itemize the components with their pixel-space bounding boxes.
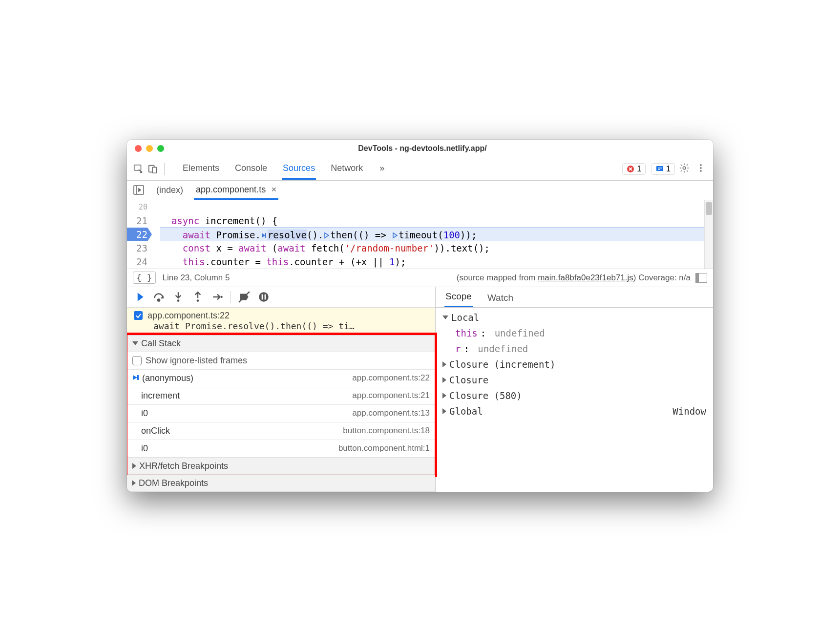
navigator-icon[interactable] bbox=[132, 185, 146, 195]
chevron-right-icon bbox=[132, 480, 136, 486]
cursor-position: Line 23, Column 5 bbox=[163, 273, 230, 283]
frame-location: button.component.html:1 bbox=[338, 443, 430, 453]
tab-elements[interactable]: Elements bbox=[182, 158, 220, 180]
left-pane: app.component.ts:22 await Promise.resolv… bbox=[127, 287, 436, 492]
pause-location[interactable]: app.component.ts:22 bbox=[147, 311, 230, 321]
window-title: DevTools - ng-devtools.netlify.app/ bbox=[140, 144, 705, 153]
issues-count: 1 bbox=[666, 165, 671, 173]
checkbox[interactable] bbox=[132, 356, 142, 365]
step-marker-icon bbox=[392, 229, 399, 235]
code-line-23: const x = await (await fetch('/random-nu… bbox=[160, 241, 713, 255]
chevron-down-icon bbox=[132, 341, 138, 345]
svg-rect-17 bbox=[265, 294, 266, 300]
scope-global[interactable]: GlobalWindow bbox=[442, 403, 706, 419]
tab-network[interactable]: Network bbox=[330, 158, 364, 180]
source-map-info: (source mapped from main.fa8bfa0e23f1eb7… bbox=[457, 273, 691, 283]
code-line-24: this.counter = this.counter + (+x || 1); bbox=[160, 255, 713, 269]
debug-toolbar bbox=[127, 287, 435, 308]
show-sidebar-icon[interactable] bbox=[695, 273, 707, 283]
tab-watch[interactable]: Watch bbox=[486, 289, 514, 307]
xhr-breakpoints-header[interactable]: XHR/fetch Breakpoints bbox=[127, 458, 435, 475]
editor-status-bar: { } Line 23, Column 5 (source mapped fro… bbox=[127, 269, 713, 287]
editor-scrollbar[interactable] bbox=[704, 200, 713, 269]
frame-location: app.component.ts:21 bbox=[352, 391, 430, 400]
scope-var[interactable]: this: undefined bbox=[442, 325, 706, 341]
frame-location: app.component.ts:13 bbox=[352, 408, 430, 418]
line-number: 24 bbox=[127, 255, 147, 269]
kebab-menu-icon[interactable] bbox=[693, 163, 708, 175]
svg-point-11 bbox=[158, 299, 160, 301]
separator bbox=[164, 163, 165, 175]
scope-var[interactable]: r: undefined bbox=[442, 341, 706, 357]
step-over-icon[interactable] bbox=[152, 291, 165, 303]
chevron-right-icon bbox=[442, 408, 446, 414]
line-number-exec: 22 bbox=[127, 228, 147, 241]
stack-frame[interactable]: i0 app.component.ts:13 bbox=[127, 405, 435, 422]
line-number: 23 bbox=[127, 241, 147, 255]
error-badge[interactable]: 1 bbox=[622, 163, 646, 175]
scope-body: Local this: undefined r: undefined Closu… bbox=[436, 308, 713, 426]
stack-frame[interactable]: i0 button.component.html:1 bbox=[127, 440, 435, 458]
file-tab-index[interactable]: (index) bbox=[154, 182, 185, 199]
stack-frame[interactable]: (anonymous) app.component.ts:22 bbox=[127, 370, 435, 387]
dom-breakpoints-header[interactable]: DOM Breakpoints bbox=[127, 475, 435, 492]
separator bbox=[231, 291, 231, 303]
device-toggle-icon[interactable] bbox=[147, 163, 159, 175]
code-line-22: await Promise.resolve().then(() => timeo… bbox=[160, 228, 713, 241]
svg-point-12 bbox=[177, 299, 180, 302]
main-toolbar: Elements Console Sources Network » 1 1 bbox=[127, 158, 713, 181]
settings-icon[interactable] bbox=[677, 163, 692, 175]
svg-point-5 bbox=[683, 167, 686, 169]
svg-rect-18 bbox=[137, 375, 139, 380]
svg-point-6 bbox=[700, 164, 702, 166]
file-tab-label: app.component.ts bbox=[196, 185, 266, 194]
frame-location: button.component.ts:18 bbox=[343, 426, 430, 436]
svg-rect-0 bbox=[134, 165, 141, 170]
stack-frame[interactable]: onClick button.component.ts:18 bbox=[127, 422, 435, 440]
chevron-right-icon bbox=[442, 377, 446, 383]
step-into-icon[interactable] bbox=[172, 291, 185, 303]
inspect-icon[interactable] bbox=[132, 163, 145, 175]
tab-scope[interactable]: Scope bbox=[444, 287, 473, 307]
pretty-print-icon[interactable]: { } bbox=[133, 272, 156, 284]
current-frame-icon bbox=[132, 374, 140, 381]
stack-frame[interactable]: increment app.component.ts:21 bbox=[127, 387, 435, 405]
right-pane: Scope Watch Local this: undefined r: und… bbox=[436, 287, 713, 492]
scope-local[interactable]: Local bbox=[442, 310, 706, 325]
svg-rect-10 bbox=[265, 233, 266, 238]
debugger-panes: app.component.ts:22 await Promise.resolv… bbox=[127, 287, 713, 492]
svg-point-7 bbox=[700, 167, 702, 169]
highlighted-region: Call Stack Show ignore-listed frames (an… bbox=[127, 333, 437, 477]
tab-sources[interactable]: Sources bbox=[282, 158, 316, 180]
breakpoint-checkbox[interactable] bbox=[134, 311, 143, 320]
tabs-overflow-icon[interactable]: » bbox=[378, 158, 386, 180]
svg-point-8 bbox=[700, 170, 702, 172]
close-tab-icon[interactable]: × bbox=[271, 184, 276, 194]
scope-closure[interactable]: Closure (increment) bbox=[442, 357, 706, 372]
editor: 20 21 22 23 24 async increment() { await… bbox=[127, 200, 713, 269]
scope-closure[interactable]: Closure (580) bbox=[442, 388, 706, 403]
scope-closure[interactable]: Closure bbox=[442, 372, 706, 388]
svg-point-13 bbox=[197, 299, 199, 302]
show-ignored-toggle[interactable]: Show ignore-listed frames bbox=[127, 352, 435, 370]
step-out-icon[interactable] bbox=[191, 291, 204, 303]
pause-snippet: await Promise.resolve().then(() => ti… bbox=[134, 321, 430, 331]
pause-on-exceptions-icon[interactable] bbox=[257, 291, 270, 303]
svg-point-15 bbox=[259, 292, 269, 302]
deactivate-breakpoints-icon[interactable] bbox=[238, 291, 251, 303]
file-tabs: (index) app.component.ts × bbox=[127, 181, 713, 200]
line-gutter[interactable]: 20 21 22 23 24 bbox=[127, 200, 151, 269]
step-marker-icon bbox=[261, 229, 268, 235]
resume-icon[interactable] bbox=[133, 291, 146, 303]
chevron-down-icon bbox=[442, 316, 448, 319]
call-stack-header[interactable]: Call Stack bbox=[127, 335, 435, 352]
error-count: 1 bbox=[637, 165, 641, 173]
tab-console[interactable]: Console bbox=[234, 158, 268, 180]
source-map-link[interactable]: main.fa8bfa0e23f1eb71.js bbox=[538, 273, 633, 282]
code-lines[interactable]: async increment() { await Promise.resolv… bbox=[151, 200, 713, 269]
file-tab-active[interactable]: app.component.ts × bbox=[194, 181, 278, 200]
step-icon[interactable] bbox=[211, 291, 224, 303]
line-number: 20 bbox=[127, 200, 147, 214]
issues-badge[interactable]: 1 bbox=[651, 163, 675, 175]
panel-tabs: Elements Console Sources Network » bbox=[182, 158, 616, 180]
